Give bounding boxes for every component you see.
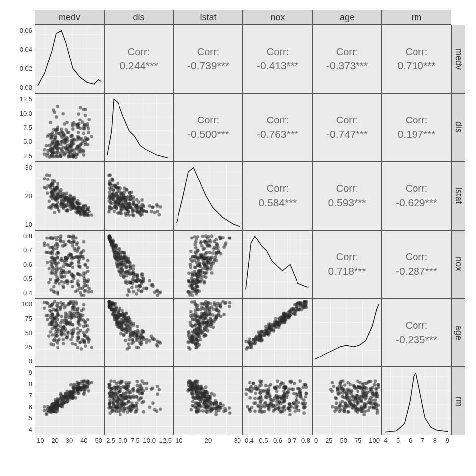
svg-point-3451 [336, 387, 339, 391]
svg-point-1494 [82, 303, 86, 306]
svg-point-2091 [204, 300, 208, 304]
svg-point-1615 [84, 344, 87, 348]
svg-point-194 [79, 143, 82, 147]
col-header-rm: rm [382, 10, 451, 25]
svg-point-3154 [254, 401, 257, 405]
svg-point-3184 [273, 385, 276, 389]
svg-point-470 [53, 211, 56, 214]
svg-point-688 [129, 206, 132, 209]
svg-point-118 [87, 131, 90, 134]
corr-value: -0.500*** [187, 127, 229, 141]
svg-point-3446 [346, 410, 350, 414]
svg-point-3244 [278, 400, 281, 403]
corr-medv-rm: Corr:0.710*** [382, 25, 451, 93]
svg-point-3238 [281, 410, 285, 413]
svg-point-2786 [141, 392, 144, 395]
svg-point-3487 [338, 382, 342, 385]
svg-point-1541 [70, 323, 74, 326]
svg-point-692 [121, 193, 125, 196]
svg-point-1584 [57, 328, 60, 331]
svg-point-1126 [119, 255, 123, 259]
svg-point-3129 [246, 405, 249, 409]
svg-point-440 [70, 203, 73, 206]
svg-point-3233 [298, 387, 301, 390]
svg-point-899 [49, 278, 52, 281]
svg-point-3474 [376, 409, 379, 412]
svg-point-1393 [190, 290, 193, 294]
svg-point-1778 [122, 333, 126, 336]
svg-point-2272 [272, 328, 275, 331]
svg-point-1617 [55, 315, 58, 319]
svg-point-1602 [70, 315, 73, 319]
y-axis-lstat: 302010 [10, 164, 34, 228]
svg-point-1085 [118, 247, 121, 251]
svg-point-3418 [341, 400, 344, 403]
svg-point-2475 [77, 382, 81, 385]
corr-value: -0.373*** [326, 59, 368, 73]
svg-point-2557 [83, 383, 86, 387]
svg-point-2784 [120, 400, 123, 403]
corr-lstat-nox: Corr:0.584*** [243, 162, 312, 230]
svg-point-215 [76, 153, 79, 156]
svg-point-1357 [195, 278, 199, 281]
svg-point-3256 [252, 382, 255, 385]
corr-medv-nox: Corr:-0.413*** [243, 25, 312, 93]
corr-value: 0.244*** [119, 59, 158, 73]
svg-point-447 [45, 173, 49, 177]
svg-point-1154 [113, 251, 117, 254]
svg-point-924 [49, 251, 53, 254]
svg-point-1166 [107, 234, 111, 238]
svg-point-1363 [198, 256, 201, 259]
svg-point-2764 [112, 403, 115, 406]
svg-point-3215 [261, 410, 264, 414]
svg-point-2720 [135, 395, 139, 399]
svg-point-3243 [298, 409, 301, 412]
svg-point-3217 [258, 379, 262, 383]
svg-point-459 [49, 184, 53, 187]
density-nox [243, 230, 312, 298]
svg-point-1572 [55, 334, 59, 338]
svg-point-3454 [337, 392, 340, 396]
svg-point-907 [82, 294, 86, 297]
svg-point-1205 [211, 251, 215, 255]
svg-point-3209 [286, 390, 289, 394]
svg-point-2990 [198, 393, 201, 396]
svg-point-1145 [135, 280, 139, 283]
svg-point-2086 [209, 302, 212, 305]
svg-point-1841 [111, 313, 115, 316]
svg-point-906 [81, 287, 84, 290]
svg-point-456 [46, 191, 49, 195]
svg-point-189 [77, 112, 80, 116]
svg-point-902 [46, 251, 50, 254]
svg-point-3466 [358, 396, 361, 400]
svg-point-693 [141, 210, 144, 213]
svg-point-813 [56, 292, 60, 296]
svg-point-1574 [55, 308, 59, 311]
svg-point-3478 [375, 395, 378, 398]
svg-point-2558 [64, 392, 68, 396]
svg-point-1376 [196, 289, 200, 292]
corr-dis-lstat: Corr:-0.500*** [174, 93, 243, 162]
svg-point-917 [76, 241, 79, 245]
svg-point-1888 [189, 310, 193, 314]
svg-point-3007 [209, 410, 212, 413]
svg-point-2075 [214, 315, 218, 319]
svg-point-2293 [293, 303, 297, 306]
svg-point-928 [57, 261, 60, 265]
corr-label: Corr: [336, 45, 358, 59]
svg-point-2980 [228, 406, 231, 410]
svg-point-3234 [249, 385, 253, 388]
svg-point-2551 [68, 395, 72, 399]
svg-point-2306 [278, 318, 281, 321]
svg-point-3235 [280, 396, 283, 400]
corr-label: Corr: [406, 181, 427, 195]
svg-point-683 [123, 186, 126, 190]
svg-point-3296 [335, 401, 338, 405]
svg-point-2701 [116, 399, 119, 403]
x-axis-nox: 0.40.50.60.70.8 [245, 435, 310, 444]
svg-point-1630 [64, 327, 68, 331]
svg-point-854 [56, 236, 60, 239]
corr-value: 0.584*** [258, 195, 297, 210]
svg-point-3020 [190, 408, 193, 412]
svg-point-3439 [356, 407, 359, 410]
